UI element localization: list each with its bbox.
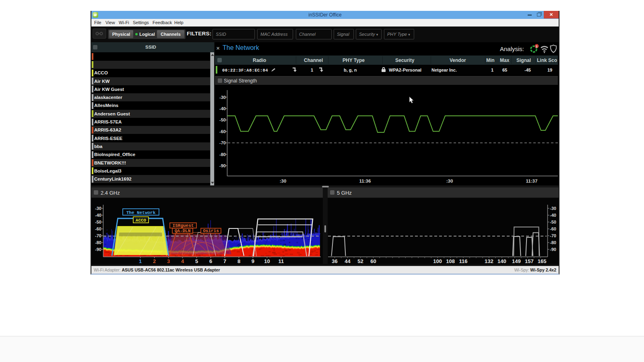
svg-text:157: 157 bbox=[525, 258, 534, 264]
svg-text:1: 1 bbox=[536, 45, 538, 48]
svg-text:60: 60 bbox=[370, 258, 376, 264]
svg-text:11:37: 11:37 bbox=[526, 179, 538, 183]
svg-text:-50: -50 bbox=[95, 220, 101, 224]
svg-text:5: 5 bbox=[195, 258, 198, 264]
svg-text:-40: -40 bbox=[550, 213, 556, 218]
svg-text:52: 52 bbox=[357, 258, 363, 264]
svg-text:-60: -60 bbox=[95, 226, 101, 231]
svg-text:2: 2 bbox=[153, 258, 156, 264]
svg-text:44: 44 bbox=[345, 258, 351, 264]
svg-text:116: 116 bbox=[459, 258, 468, 264]
svg-text:132: 132 bbox=[485, 258, 493, 264]
svg-text:-60: -60 bbox=[219, 129, 226, 134]
svg-text:-30: -30 bbox=[219, 95, 226, 100]
svg-text:7: 7 bbox=[223, 258, 226, 264]
svg-text:140: 140 bbox=[497, 258, 506, 264]
svg-text:-70: -70 bbox=[219, 140, 226, 145]
svg-text:ACCO: ACCO bbox=[136, 218, 147, 223]
svg-text:-80: -80 bbox=[550, 240, 556, 245]
svg-text:ISRguest: ISRguest bbox=[173, 223, 194, 228]
svg-text:100: 100 bbox=[433, 258, 442, 264]
svg-text:-50: -50 bbox=[550, 220, 556, 224]
svg-text:Osiris: Osiris bbox=[203, 228, 219, 233]
svg-text:-70: -70 bbox=[95, 233, 101, 238]
svg-text:-40: -40 bbox=[219, 106, 226, 111]
svg-text:10: 10 bbox=[264, 258, 270, 264]
svg-text:6: 6 bbox=[209, 258, 212, 264]
svg-text:165: 165 bbox=[538, 258, 547, 264]
svg-text:-70: -70 bbox=[550, 233, 556, 238]
svg-text:3: 3 bbox=[167, 258, 170, 264]
svg-text:11: 11 bbox=[279, 258, 284, 264]
svg-text:-30: -30 bbox=[95, 206, 101, 211]
svg-text:8: 8 bbox=[237, 258, 240, 264]
svg-text:36: 36 bbox=[332, 258, 337, 264]
svg-text:-80: -80 bbox=[95, 240, 101, 245]
svg-text:The Network: The Network bbox=[126, 210, 156, 215]
svg-text:11:36: 11:36 bbox=[359, 179, 371, 183]
svg-text:149: 149 bbox=[512, 258, 521, 264]
svg-text:-50: -50 bbox=[219, 117, 226, 122]
svg-text:-40: -40 bbox=[95, 213, 101, 218]
svg-text:-90: -90 bbox=[219, 163, 226, 168]
svg-text:4: 4 bbox=[181, 258, 184, 264]
svg-text:-90: -90 bbox=[550, 247, 556, 252]
svg-text::30: :30 bbox=[446, 179, 453, 183]
svg-text:-80: -80 bbox=[219, 152, 226, 157]
svg-text:1: 1 bbox=[139, 258, 142, 264]
svg-text:-30: -30 bbox=[550, 206, 556, 211]
svg-text:-60: -60 bbox=[550, 226, 556, 231]
svg-text:9: 9 bbox=[252, 258, 254, 264]
svg-text::30: :30 bbox=[280, 179, 287, 183]
svg-text:QA-DLN: QA-DLN bbox=[175, 228, 191, 233]
svg-text:108: 108 bbox=[446, 258, 455, 264]
svg-text:-90: -90 bbox=[95, 247, 101, 252]
